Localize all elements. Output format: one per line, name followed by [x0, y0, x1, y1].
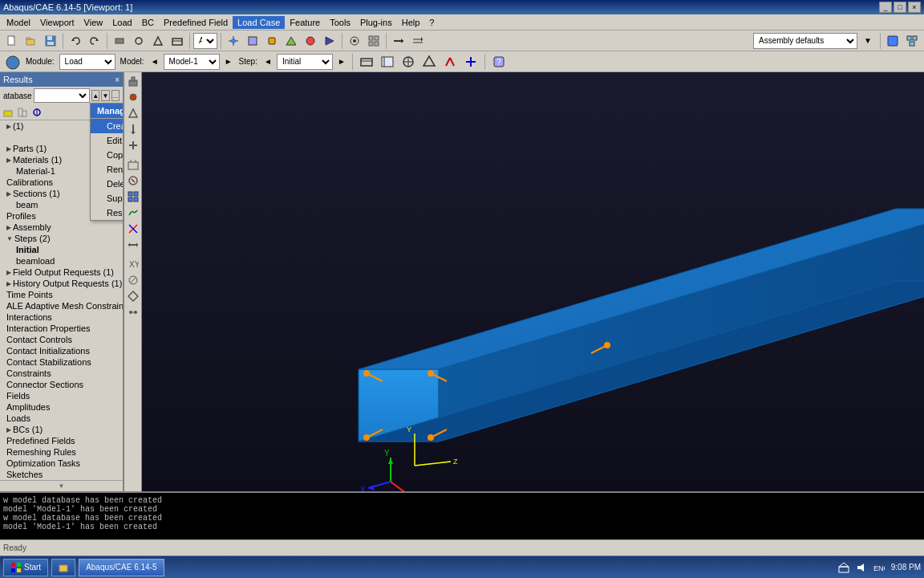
- close-button[interactable]: ×: [908, 2, 921, 13]
- t2-btn1[interactable]: [358, 53, 375, 71]
- model-combo[interactable]: Model-1: [164, 54, 220, 70]
- tool-2[interactable]: [130, 32, 148, 50]
- window-controls[interactable]: _ □ ×: [879, 2, 921, 13]
- tree-item-amplitudes[interactable]: Amplitudes: [0, 401, 123, 413]
- tree-item-time-points[interactable]: Time Points: [0, 289, 123, 300]
- open-button[interactable]: [22, 32, 40, 50]
- menu-plugins[interactable]: Plug-ins: [355, 16, 397, 29]
- tool-11[interactable]: [346, 32, 363, 50]
- undo-button[interactable]: [67, 32, 84, 50]
- tree-item-fields[interactable]: Fields: [0, 390, 123, 401]
- tree-item-assembly[interactable]: ▶Assembly: [0, 222, 123, 233]
- db-select[interactable]: [34, 88, 90, 103]
- menu-bc[interactable]: BC: [137, 16, 159, 29]
- db-btn1[interactable]: ▲: [91, 90, 99, 101]
- menu-tools[interactable]: Tools: [325, 16, 355, 29]
- menu-load[interactable]: Load: [107, 16, 136, 29]
- tree-item-ale[interactable]: ALE Adaptive Mesh Constraints: [0, 300, 123, 311]
- procedure-combo[interactable]: All: [193, 33, 217, 49]
- tool-14[interactable]: [409, 32, 427, 50]
- panel-controls[interactable]: ×: [115, 75, 120, 84]
- menu-question[interactable]: ?: [424, 16, 439, 29]
- assembly-defaults-combo[interactable]: Assembly defaults: [753, 33, 857, 49]
- strip-btn13[interactable]: [126, 273, 140, 287]
- strip-btn11[interactable]: [126, 238, 140, 252]
- tree-btn2[interactable]: [16, 106, 29, 119]
- ctx-copy[interactable]: Copy ▶: [91, 148, 124, 162]
- tool-13[interactable]: [390, 32, 407, 50]
- ctx-resume[interactable]: Resume ▶: [91, 206, 124, 220]
- tree-item-initial[interactable]: Initial: [0, 244, 123, 255]
- menu-feature[interactable]: Feature: [285, 16, 325, 29]
- tree-item-contact-controls[interactable]: Contact Controls: [0, 334, 123, 345]
- ctx-delete[interactable]: Delete ▶: [91, 177, 124, 191]
- menu-viewport[interactable]: Viewport: [35, 16, 79, 29]
- tree-item-steps[interactable]: ▼Steps (2): [0, 233, 123, 244]
- tree-item-bcs[interactable]: ▶BCs (1): [0, 424, 123, 435]
- new-button[interactable]: [3, 32, 21, 50]
- step-combo[interactable]: Initial: [277, 54, 333, 70]
- tool-1[interactable]: [111, 32, 128, 50]
- tree-item-interaction-props[interactable]: Interaction Properties: [0, 323, 123, 334]
- tree-item-contact-stab[interactable]: Contact Stabilizations: [0, 356, 123, 368]
- strip-btn7[interactable]: [126, 173, 140, 188]
- t2-btn4[interactable]: [420, 53, 438, 71]
- minimize-button[interactable]: _: [879, 2, 892, 13]
- tree-item-interactions[interactable]: Interactions: [0, 311, 123, 323]
- strip-btn8[interactable]: [126, 189, 140, 204]
- panel-close-btn[interactable]: ×: [115, 75, 120, 84]
- menu-model[interactable]: Model: [2, 16, 35, 29]
- view-btn[interactable]: [903, 32, 921, 50]
- taskbar-explorer[interactable]: [51, 559, 75, 576]
- t2-btn2[interactable]: [379, 53, 396, 71]
- menu-load-case[interactable]: Load Case: [233, 16, 285, 29]
- step-nav-prev[interactable]: ◄: [262, 53, 274, 71]
- tree-btn1[interactable]: [2, 106, 14, 119]
- step-nav-next[interactable]: ►: [336, 53, 347, 71]
- tree-item-sketches[interactable]: Sketches: [0, 469, 123, 480]
- viewport-3d[interactable]: Viewport: 1: [142, 72, 924, 491]
- tree-item-predefined-fields[interactable]: Predefined Fields: [0, 435, 123, 446]
- ctx-edit[interactable]: Edit ▶: [91, 133, 124, 148]
- ctx-rename[interactable]: Rename ▶: [91, 162, 124, 177]
- tree-item-remeshing[interactable]: Remeshing Rules: [0, 446, 123, 458]
- tree-item-history-output[interactable]: ▶History Output Requests (1): [0, 278, 123, 289]
- taskbar-start[interactable]: Start: [3, 559, 48, 576]
- ctx-suppress[interactable]: Suppress ▶: [91, 191, 124, 206]
- db-btn3[interactable]: ...: [111, 90, 120, 101]
- strip-btn14[interactable]: [126, 289, 140, 303]
- tool-6[interactable]: [244, 32, 261, 50]
- ctx-manager[interactable]: Manager...: [91, 104, 124, 119]
- strip-btn5[interactable]: [126, 138, 140, 153]
- strip-btn9[interactable]: [126, 206, 140, 220]
- display-options-btn[interactable]: [884, 32, 902, 50]
- tree-item-loads[interactable]: Loads: [0, 413, 123, 424]
- tree-item-field-output[interactable]: ▶Field Output Requests (1): [0, 267, 123, 278]
- menu-view[interactable]: View: [79, 16, 108, 29]
- strip-btn15[interactable]: [126, 305, 140, 320]
- tree-item-connector-sections[interactable]: Connector Sections: [0, 379, 123, 390]
- strip-btn3[interactable]: [126, 106, 140, 120]
- tree-btn3[interactable]: [30, 106, 43, 119]
- t2-btn6[interactable]: [462, 53, 480, 71]
- assembly-defaults-btn[interactable]: ▼: [859, 32, 877, 50]
- strip-btn2[interactable]: [126, 90, 140, 104]
- menu-help[interactable]: Help: [397, 16, 425, 29]
- tool-4[interactable]: [168, 32, 186, 50]
- strip-btn6[interactable]: [126, 157, 140, 172]
- tool-12[interactable]: [365, 32, 383, 50]
- module-combo[interactable]: Load: [59, 54, 116, 70]
- strip-btn10[interactable]: [126, 222, 140, 236]
- t2-btn5[interactable]: [441, 53, 459, 71]
- menu-predefined-field[interactable]: Predefined Field: [159, 16, 233, 29]
- strip-btn1[interactable]: [126, 74, 140, 88]
- t2-btn3[interactable]: [399, 53, 417, 71]
- model-nav-next[interactable]: ►: [223, 53, 234, 71]
- t2-btn7[interactable]: ?: [490, 53, 508, 71]
- model-nav-prev[interactable]: ◄: [149, 53, 160, 71]
- tool-5[interactable]: [225, 32, 242, 50]
- tool-3[interactable]: [149, 32, 167, 50]
- maximize-button[interactable]: □: [894, 2, 906, 13]
- db-btn2[interactable]: ▼: [101, 90, 109, 101]
- tool-9[interactable]: [302, 32, 319, 50]
